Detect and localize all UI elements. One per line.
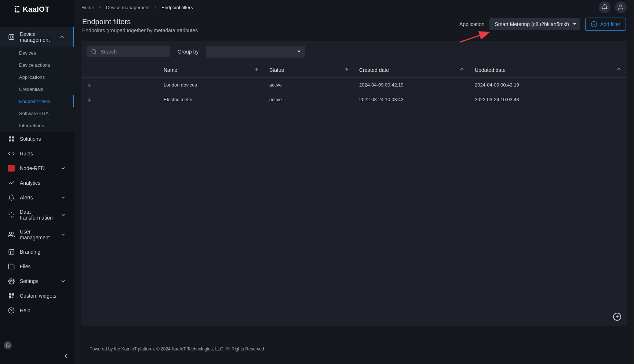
sidebar-item-solutions[interactable]: Solutions (0, 132, 74, 146)
search-input[interactable] (101, 49, 166, 55)
sidebar-item-label: Device management (20, 31, 54, 43)
sidebar-item-label: Alerts (20, 195, 55, 201)
notifications-button[interactable] (599, 1, 611, 13)
breadcrumb-home[interactable]: Home (81, 5, 94, 10)
svg-rect-2 (18, 6, 19, 7)
sidebar-item-label: Settings (20, 278, 55, 284)
svg-rect-13 (12, 140, 14, 141)
sidebar-item-files[interactable]: Files (0, 259, 74, 274)
toolbar: Group by (81, 46, 627, 63)
transform-icon (8, 212, 15, 218)
plus-circle-icon (591, 21, 597, 27)
search-box[interactable] (87, 46, 170, 57)
col-created[interactable]: Created date (354, 63, 470, 78)
sidebar-item-credentials[interactable]: Credentials (0, 83, 74, 95)
sort-up-icon (459, 67, 464, 72)
sidebar-item-label: Solutions (20, 136, 66, 142)
svg-line-30 (95, 53, 96, 54)
cell-name: Electric meter (158, 92, 264, 107)
sidebar-item-label: User management (20, 229, 55, 240)
group-by-select[interactable] (206, 46, 305, 58)
svg-rect-10 (9, 136, 11, 138)
table-row[interactable]: ↳ London devices active 2024-04-09 00:42… (81, 78, 627, 92)
gear-icon (8, 278, 15, 284)
breadcrumb: Home Device management Endpoint filters (81, 5, 193, 10)
svg-rect-21 (9, 296, 11, 298)
bell-icon (8, 194, 15, 201)
add-filter-button[interactable]: Add filter (585, 18, 626, 31)
sidebar-item-label: Node-RED (20, 165, 55, 171)
footer: Powered by the Kaa IoT platform, © 2024 … (81, 341, 627, 357)
plus-circle-icon (613, 312, 622, 321)
cell-updated: 2024-04-09 00:42:19 (470, 78, 627, 92)
logo-area: KaaIOT (0, 0, 74, 27)
chevron-down-icon (60, 278, 66, 284)
sidebar-item-device-actions[interactable]: Device actions (0, 59, 74, 71)
bell-icon (601, 4, 608, 11)
sidebar-collapse[interactable] (0, 348, 74, 364)
node-red-icon: ≈ (8, 165, 15, 172)
sidebar-item-user-management[interactable]: User management (0, 225, 74, 244)
application-select[interactable]: Smart Metering (c8u2bklah5mkb (489, 18, 580, 30)
svg-rect-22 (12, 297, 13, 298)
cell-status: active (264, 92, 354, 107)
sidebar-item-node-red[interactable]: ≈ Node-RED (0, 161, 74, 176)
widgets-icon (8, 293, 15, 299)
svg-rect-19 (9, 293, 11, 295)
chevron-left-icon (62, 352, 70, 360)
cell-name: London devices (158, 78, 264, 92)
sidebar-item-rules[interactable]: Rules (0, 146, 74, 161)
svg-rect-15 (9, 249, 14, 254)
sidebar-item-device-management[interactable]: Device management (0, 27, 74, 47)
svg-rect-1 (17, 6, 18, 7)
col-status[interactable]: Status (264, 63, 354, 78)
sidebar-item-applications[interactable]: Applications (0, 71, 74, 83)
logo[interactable]: KaaIOT (15, 5, 50, 14)
chevron-down-icon (60, 232, 66, 238)
svg-point-14 (10, 232, 12, 234)
profile-button[interactable] (615, 1, 627, 13)
header-left: Endpoint filters Endpoints grouped toget… (82, 18, 198, 33)
user-icon (617, 4, 624, 11)
sidebar-item-integrations[interactable]: Integrations (0, 120, 74, 132)
sidebar-item-endpoint-filters[interactable]: Endpoint filters (0, 95, 74, 107)
sidebar-item-branding[interactable]: Branding (0, 244, 74, 259)
svg-rect-4 (15, 10, 16, 11)
sidebar: KaaIOT Device management Devices Device … (0, 0, 74, 364)
svg-rect-12 (9, 140, 11, 141)
table-row[interactable]: ↳ Electric meter active 2022-03-24 10:03… (81, 92, 627, 107)
sidebar-item-software-ota[interactable]: Software OTA (0, 107, 74, 120)
sidebar-item-label: Data transformation (20, 209, 55, 221)
svg-rect-9 (10, 36, 12, 38)
sidebar-item-alerts[interactable]: Alerts (0, 190, 74, 205)
add-filter-label: Add filter (600, 21, 620, 27)
chat-bubble[interactable] (4, 341, 12, 349)
sidebar-item-analytics[interactable]: Analytics (0, 176, 74, 190)
sidebar-item-devices[interactable]: Devices (0, 47, 74, 59)
breadcrumb-device-management[interactable]: Device management (106, 5, 150, 10)
table-wrap: Name Status Created date (81, 63, 627, 321)
apps-icon (8, 136, 15, 142)
page-subtitle: Endpoints grouped together by metadata a… (82, 27, 198, 33)
sort-up-icon (344, 67, 349, 72)
svg-rect-20 (12, 293, 14, 295)
device-icon (8, 34, 15, 40)
analytics-icon (8, 180, 15, 186)
search-icon (91, 49, 97, 55)
code-icon (8, 150, 15, 157)
cell-created: 2024-04-09 00:42:19 (354, 78, 470, 92)
add-fab[interactable] (613, 312, 622, 321)
svg-point-25 (620, 5, 622, 7)
svg-rect-3 (15, 8, 16, 9)
col-name[interactable]: Name (158, 63, 264, 78)
sidebar-item-label: Files (20, 264, 66, 269)
logo-text: KaaIOT (23, 5, 50, 14)
sidebar-item-data-transformation[interactable]: Data transformation (0, 205, 74, 225)
sidebar-item-custom-widgets[interactable]: Custom widgets (0, 288, 74, 303)
chevron-right-icon (153, 5, 158, 10)
sidebar-item-help[interactable]: Help (0, 303, 74, 318)
sidebar-submenu: Devices Device actions Applications Cred… (0, 47, 74, 132)
chevron-up-icon (59, 34, 65, 40)
sidebar-item-settings[interactable]: Settings (0, 274, 74, 288)
col-updated[interactable]: Updated date (470, 63, 627, 78)
